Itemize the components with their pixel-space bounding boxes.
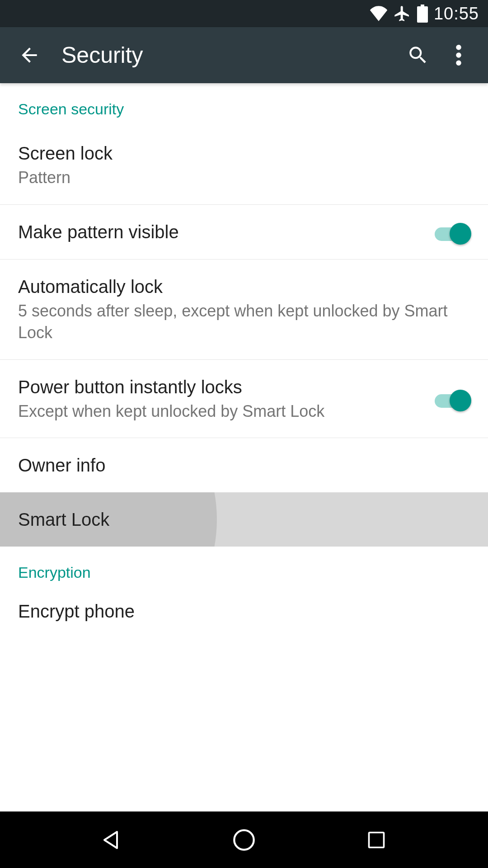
more-vert-icon [455, 45, 462, 66]
item-screen-lock[interactable]: Screen lock Pattern [0, 126, 488, 205]
battery-icon [417, 5, 428, 23]
nav-recents-button[interactable] [358, 822, 394, 858]
back-button[interactable] [9, 35, 50, 75]
section-header-encryption: Encryption [0, 547, 488, 590]
svg-point-2 [456, 61, 461, 66]
item-subtitle: 5 seconds after sleep, except when kept … [18, 300, 461, 344]
section-header-screen-security: Screen security [0, 83, 488, 126]
square-recents-icon [366, 830, 386, 850]
nav-home-button[interactable] [226, 822, 262, 858]
item-automatically-lock[interactable]: Automatically lock 5 seconds after sleep… [0, 259, 488, 360]
search-button[interactable] [398, 35, 438, 75]
item-subtitle: Except when kept unlocked by Smart Lock [18, 401, 425, 423]
circle-home-icon [232, 828, 256, 852]
item-power-button-instantly-locks[interactable]: Power button instantly locks Except when… [0, 360, 488, 439]
app-bar: Security [0, 27, 488, 83]
page-title: Security [61, 42, 398, 68]
overflow-menu-button[interactable] [438, 35, 479, 75]
status-time: 10:55 [434, 4, 479, 24]
triangle-back-icon [101, 829, 122, 851]
navigation-bar [0, 811, 488, 868]
switch-make-pattern-visible[interactable] [434, 223, 470, 241]
item-make-pattern-visible[interactable]: Make pattern visible [0, 205, 488, 259]
status-bar: 10:55 [0, 0, 488, 27]
settings-list[interactable]: Screen security Screen lock Pattern Make… [0, 83, 488, 638]
item-title: Automatically lock [18, 275, 461, 298]
svg-rect-4 [369, 832, 384, 847]
item-encrypt-phone[interactable]: Encrypt phone [0, 590, 488, 638]
svg-point-3 [234, 830, 253, 849]
wifi-icon [370, 6, 388, 21]
switch-power-button-instantly-locks[interactable] [434, 390, 470, 408]
item-owner-info[interactable]: Owner info [0, 438, 488, 492]
airplane-mode-icon [393, 5, 411, 23]
nav-back-button[interactable] [94, 822, 130, 858]
item-title: Owner info [18, 453, 461, 477]
item-subtitle: Pattern [18, 167, 461, 189]
item-smart-lock[interactable]: Smart Lock [0, 492, 488, 547]
item-title: Screen lock [18, 142, 461, 165]
item-title: Make pattern visible [18, 220, 425, 244]
svg-point-1 [456, 52, 461, 58]
search-icon [407, 44, 429, 66]
arrow-back-icon [18, 44, 41, 66]
item-title: Encrypt phone [18, 599, 461, 623]
svg-point-0 [456, 45, 461, 50]
item-title: Power button instantly locks [18, 375, 425, 399]
item-title: Smart Lock [18, 508, 461, 531]
